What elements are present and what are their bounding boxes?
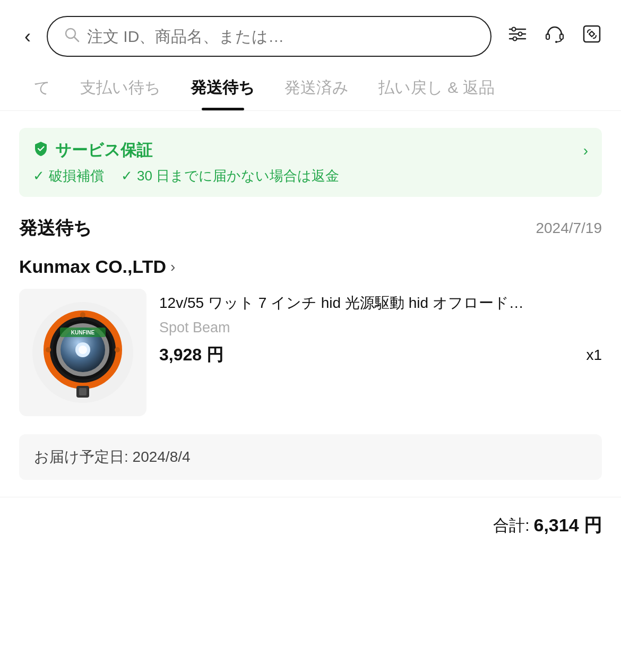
- total-label: 合計:: [493, 515, 529, 537]
- svg-rect-21: [79, 388, 87, 395]
- svg-text:KUNFINE: KUNFINE: [71, 330, 95, 335]
- tab-payment-pending[interactable]: 支払い待ち: [65, 67, 176, 110]
- svg-point-24: [80, 312, 85, 317]
- service-banner-label: サービス保証: [55, 140, 152, 161]
- check-label-damage: 破損補償: [49, 167, 104, 185]
- service-banner-top: サービス保証 ›: [33, 140, 588, 161]
- svg-rect-11: [584, 26, 600, 42]
- tabs: て 支払い待ち 発送待ち 発送済み 払い戻し & 返品: [0, 67, 621, 111]
- check-icon-refund: ✓: [121, 168, 133, 184]
- header-icons: [507, 24, 602, 49]
- svg-point-22: [46, 347, 51, 352]
- svg-point-19: [79, 346, 87, 354]
- tab-refund-return[interactable]: 払い戻し & 返品: [364, 67, 510, 110]
- check-label-refund: 30 日までに届かない場合は返金: [137, 167, 339, 185]
- svg-point-10: [555, 41, 557, 43]
- product-variant: Spot Beam: [159, 320, 602, 336]
- svg-point-6: [519, 32, 522, 36]
- product-price: 3,928 円: [159, 343, 223, 367]
- service-banner-checks: ✓ 破損補償 ✓ 30 日までに届かない場合は返金: [33, 167, 588, 185]
- svg-point-23: [115, 347, 120, 352]
- tab-shipped[interactable]: 発送済み: [270, 67, 364, 110]
- check-item-damage: ✓ 破損補償: [33, 167, 104, 185]
- product-quantity: x1: [586, 347, 602, 364]
- back-button[interactable]: ‹: [19, 27, 36, 46]
- svg-point-7: [513, 37, 517, 41]
- check-item-refund: ✓ 30 日までに届かない場合は返金: [121, 167, 339, 185]
- seller-chevron-icon: ›: [170, 259, 175, 275]
- svg-point-5: [512, 28, 516, 31]
- seller-name: Kunmax CO.,LTD: [19, 256, 166, 277]
- tab-all[interactable]: て: [19, 67, 65, 110]
- search-icon: [64, 27, 80, 46]
- delivery-box: お届け予定日: 2024/8/4: [19, 434, 602, 480]
- order-date: 2024/7/19: [536, 220, 602, 237]
- chevron-right-icon: ›: [583, 142, 588, 159]
- service-banner-title: サービス保証: [33, 140, 152, 161]
- check-icon-damage: ✓: [33, 168, 45, 184]
- total-amount: 6,314 円: [533, 513, 602, 538]
- headset-icon[interactable]: [545, 24, 565, 49]
- delivery-date: お届け予定日: 2024/8/4: [34, 449, 191, 465]
- search-bar[interactable]: [47, 16, 491, 57]
- service-banner[interactable]: サービス保証 › ✓ 破損補償 ✓ 30 日までに届かない場合は返金: [19, 128, 602, 197]
- product-image[interactable]: KUNFINE: [19, 289, 146, 416]
- product-info: 12v/55 ワット 7 インチ hid 光源駆動 hid オフロード… Spo…: [159, 289, 602, 367]
- product-price-row: 3,928 円 x1: [159, 343, 602, 367]
- recycle-icon[interactable]: [582, 24, 602, 49]
- tab-awaiting-shipment[interactable]: 発送待ち: [176, 67, 270, 110]
- header: ‹: [0, 0, 621, 67]
- seller-row[interactable]: Kunmax CO.,LTD ›: [0, 246, 621, 283]
- filter-icon[interactable]: [507, 24, 528, 49]
- product-name: 12v/55 ワット 7 インチ hid 光源駆動 hid オフロード…: [159, 292, 602, 314]
- order-header: 発送待ち 2024/7/19: [0, 197, 621, 246]
- search-input[interactable]: [87, 28, 475, 46]
- product-card: KUNFINE 12v/55 ワット 7 インチ hid 光源駆動 hid オフ…: [0, 283, 621, 427]
- order-status: 発送待ち: [19, 216, 92, 240]
- svg-line-1: [74, 37, 79, 41]
- total-row: 合計: 6,314 円: [0, 497, 621, 554]
- shield-icon: [33, 141, 49, 160]
